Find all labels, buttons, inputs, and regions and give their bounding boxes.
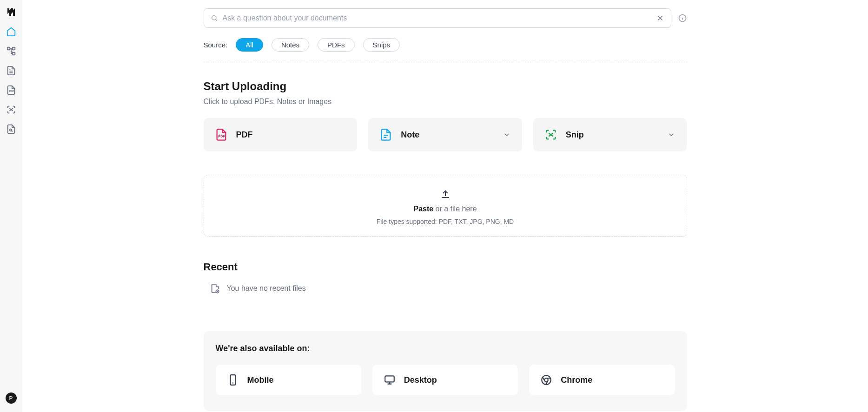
svg-rect-10 bbox=[385, 376, 394, 382]
avatar[interactable]: P bbox=[6, 392, 17, 404]
nav-snip-icon[interactable] bbox=[6, 104, 17, 115]
sidebar: PDF P bbox=[0, 0, 22, 412]
upload-card-pdf[interactable]: PDF PDF bbox=[204, 118, 358, 151]
nav-tree-icon[interactable] bbox=[6, 46, 17, 57]
filter-notes[interactable]: Notes bbox=[272, 38, 309, 52]
svg-point-4 bbox=[9, 129, 12, 131]
svg-rect-1 bbox=[12, 52, 15, 55]
search-box[interactable] bbox=[204, 8, 671, 28]
svg-rect-2 bbox=[12, 47, 15, 50]
start-uploading-subheading: Click to upload PDFs, Notes or Images bbox=[204, 98, 687, 106]
info-icon[interactable] bbox=[678, 13, 687, 23]
desktop-icon bbox=[384, 374, 396, 386]
svg-rect-0 bbox=[7, 47, 10, 50]
search-row bbox=[204, 8, 687, 28]
nav-document-icon[interactable] bbox=[6, 65, 17, 76]
chevron-down-icon bbox=[667, 131, 676, 139]
svg-point-5 bbox=[212, 16, 216, 20]
platform-card-desktop[interactable]: Desktop bbox=[372, 365, 518, 395]
nav-home-icon[interactable] bbox=[6, 26, 17, 37]
filter-all[interactable]: All bbox=[236, 38, 263, 52]
note-icon bbox=[379, 128, 392, 141]
platform-label: Chrome bbox=[561, 375, 592, 385]
upload-card-label: Snip bbox=[566, 130, 659, 140]
platform-card-mobile[interactable]: Mobile bbox=[216, 365, 361, 395]
source-label: Source: bbox=[204, 41, 228, 49]
upload-card-snip[interactable]: Snip bbox=[533, 118, 687, 151]
recent-heading: Recent bbox=[204, 261, 687, 273]
recent-empty: You have no recent files bbox=[204, 283, 687, 294]
filter-pdfs[interactable]: PDFs bbox=[318, 38, 355, 52]
platform-cards: Mobile Desktop Chrome bbox=[216, 365, 675, 395]
platform-label: Desktop bbox=[404, 375, 437, 385]
platform-card-chrome[interactable]: Chrome bbox=[529, 365, 675, 395]
platform-label: Mobile bbox=[247, 375, 274, 385]
app-logo[interactable] bbox=[6, 7, 17, 18]
file-clock-icon bbox=[210, 283, 220, 294]
start-uploading-heading: Start Uploading bbox=[204, 80, 687, 93]
dropzone-text: Paste or a file here bbox=[413, 205, 477, 213]
dropzone-subtext: File types supported: PDF, TXT, JPG, PNG… bbox=[377, 218, 514, 225]
svg-text:PDF: PDF bbox=[9, 90, 14, 92]
upload-card-label: PDF bbox=[236, 130, 346, 140]
recent-empty-text: You have no recent files bbox=[227, 284, 306, 293]
pdf-icon: PDF bbox=[215, 128, 228, 141]
main-content: Source: All Notes PDFs Snips Start Uploa… bbox=[22, 0, 868, 412]
upload-icon bbox=[440, 189, 451, 200]
chevron-down-icon bbox=[503, 131, 511, 139]
dropzone[interactable]: Paste or a file here File types supporte… bbox=[204, 175, 687, 237]
nav-pdf-icon[interactable]: PDF bbox=[6, 85, 17, 96]
upload-cards: PDF PDF Note Snip bbox=[204, 118, 687, 151]
available-heading: We're also available on: bbox=[216, 344, 675, 353]
nav-file-search-icon[interactable] bbox=[6, 124, 17, 135]
clear-icon[interactable] bbox=[656, 14, 664, 22]
search-icon bbox=[211, 14, 218, 22]
available-section: We're also available on: Mobile Desktop bbox=[204, 331, 687, 411]
upload-card-note[interactable]: Note bbox=[368, 118, 522, 151]
search-input[interactable] bbox=[223, 14, 651, 22]
chrome-icon bbox=[540, 374, 552, 386]
source-filter-row: Source: All Notes PDFs Snips bbox=[204, 38, 687, 62]
mobile-icon bbox=[227, 374, 239, 386]
snip-icon bbox=[544, 128, 557, 141]
svg-text:PDF: PDF bbox=[218, 135, 225, 138]
upload-card-label: Note bbox=[401, 130, 494, 140]
filter-snips[interactable]: Snips bbox=[363, 38, 400, 52]
